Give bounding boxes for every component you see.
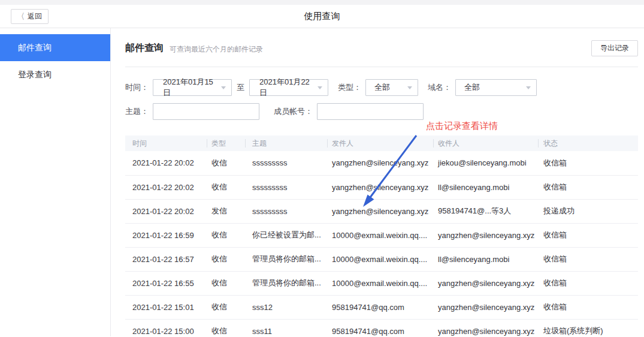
- type-select-value: 全部: [374, 82, 390, 93]
- cell-recipient: jiekou@silenceyang.mobi: [433, 151, 538, 175]
- topbar: 〈 返回 使用查询: [0, 5, 644, 28]
- cell-subject: sssssssss: [245, 151, 327, 175]
- cell-time: 2021-01-22 16:59: [125, 223, 207, 247]
- cell-recipient: yangzhen@silenceyang.xyz: [433, 223, 538, 247]
- table-header-row: 时间 类型 主题 发件人 收件人 状态: [125, 136, 638, 151]
- sidebar: 邮件查询 登录查询: [0, 28, 111, 336]
- cell-status: 垃圾箱(系统判断): [538, 319, 638, 337]
- cell-status: 收信箱: [538, 175, 638, 199]
- cell-sender: yangzhen@silenceyang.xyz: [327, 199, 433, 223]
- cell-recipient: 958194741@...等3人: [433, 199, 538, 223]
- filter-row-1: 时间： 2021年01月15日 至 2021年01月22日 类型： 全部 域名：…: [125, 79, 638, 96]
- cell-type: 收信: [207, 271, 245, 295]
- header-divider: [125, 67, 638, 67]
- sidebar-item-login-query[interactable]: 登录查询: [0, 61, 110, 88]
- col-header-time: 时间: [125, 136, 207, 151]
- type-filter-label: 类型：: [338, 82, 361, 93]
- table-row[interactable]: 2021-01-22 16:57收信管理员将你的邮箱...10000@exmai…: [125, 247, 638, 271]
- cell-type: 发信: [207, 199, 245, 223]
- cell-time: 2021-01-22 20:02: [125, 151, 207, 175]
- cell-subject: sss11: [245, 319, 327, 337]
- cell-type: 收信: [207, 223, 245, 247]
- domain-filter-label: 域名：: [428, 82, 451, 93]
- filter-row-2: 主题： 成员帐号：: [125, 103, 638, 120]
- cell-time: 2021-01-22 16:57: [125, 247, 207, 271]
- cell-type: 收信: [207, 319, 245, 337]
- cell-sender: 958194741@qq.com: [327, 319, 433, 337]
- cell-status: 收信箱: [538, 295, 638, 319]
- cell-subject: 你已经被设置为邮...: [245, 223, 327, 247]
- cell-recipient: yangzhen@silenceyang.xyz: [433, 319, 538, 337]
- cell-subject: sssssssss: [245, 175, 327, 199]
- cell-sender: 10000@exmail.weixin.qq....: [327, 271, 433, 295]
- subject-filter-label: 主题：: [125, 106, 149, 117]
- cell-sender: 10000@exmail.weixin.qq....: [327, 223, 433, 247]
- main-header: 邮件查询 可查询最近六个月的邮件记录 导出记录: [125, 40, 638, 56]
- cell-status: 收信箱: [538, 271, 638, 295]
- cell-type: 收信: [207, 151, 245, 175]
- back-chevron-icon: 〈: [17, 10, 25, 22]
- cell-sender: yangzhen@silenceyang.xyz: [327, 175, 433, 199]
- cell-time: 2021-01-22 20:02: [125, 199, 207, 223]
- cell-status: 收信箱: [538, 247, 638, 271]
- section-subtitle: 可查询最近六个月的邮件记录: [170, 43, 263, 55]
- table-row[interactable]: 2021-01-22 20:02收信sssssssssyangzhen@sile…: [125, 151, 638, 175]
- table-row[interactable]: 2021-01-22 16:59收信你已经被设置为邮...10000@exmai…: [125, 223, 638, 247]
- cell-subject: 管理员将你的邮箱...: [245, 247, 327, 271]
- table-row[interactable]: 2021-01-22 15:00收信sss11958194741@qq.comy…: [125, 319, 638, 337]
- annotation-click-record-hint: 点击记录查看详情: [426, 121, 498, 132]
- chevron-down-icon: [526, 86, 531, 89]
- content-layout: 邮件查询 登录查询 邮件查询 可查询最近六个月的邮件记录 导出记录 时间： 20…: [0, 28, 644, 336]
- back-button-label: 返回: [28, 11, 42, 22]
- cell-subject: sssssssss: [245, 199, 327, 223]
- cell-status: 投递成功: [538, 199, 638, 223]
- table-row[interactable]: 2021-01-22 20:02发信sssssssssyangzhen@sile…: [125, 199, 638, 223]
- col-header-type: 类型: [207, 136, 245, 151]
- chevron-down-icon: [318, 86, 322, 89]
- domain-select-value: 全部: [464, 82, 480, 93]
- cell-status: 收信箱: [538, 223, 638, 247]
- table-row[interactable]: 2021-01-22 20:02收信sssssssssyangzhen@sile…: [125, 175, 638, 199]
- cell-sender: 958194741@qq.com: [327, 295, 433, 319]
- cell-type: 收信: [207, 295, 245, 319]
- time-filter-label: 时间：: [125, 82, 149, 93]
- table-row[interactable]: 2021-01-22 15:01收信sss12958194741@qq.comy…: [125, 295, 638, 319]
- cell-subject: sss12: [245, 295, 327, 319]
- date-from-value: 2021年01月15日: [163, 77, 217, 98]
- cell-sender: 10000@exmail.weixin.qq....: [327, 247, 433, 271]
- chevron-down-icon: [221, 86, 226, 89]
- cell-type: 收信: [207, 175, 245, 199]
- cell-sender: yangzhen@silenceyang.xyz: [327, 151, 433, 175]
- cell-type: 收信: [207, 247, 245, 271]
- cell-recipient: ll@silenceyang.mobi: [433, 175, 538, 199]
- chevron-down-icon: [407, 86, 412, 89]
- cell-recipient: yangzhen@silenceyang.xyz: [433, 295, 538, 319]
- subject-input[interactable]: [153, 103, 259, 120]
- col-header-subject: 主题: [245, 136, 327, 151]
- cell-time: 2021-01-22 20:02: [125, 175, 207, 199]
- section-title: 邮件查询: [125, 42, 164, 55]
- page-top-strip: [0, 0, 644, 5]
- type-select[interactable]: 全部: [365, 79, 418, 96]
- date-to-value: 2021年01月22日: [259, 77, 314, 98]
- back-button[interactable]: 〈 返回: [11, 9, 49, 24]
- cell-subject: 管理员将你的邮箱...: [245, 271, 327, 295]
- member-account-input[interactable]: [317, 103, 424, 120]
- domain-select[interactable]: 全部: [455, 79, 537, 96]
- cell-time: 2021-01-22 15:01: [125, 295, 207, 319]
- mail-records-table: 时间 类型 主题 发件人 收件人 状态 2021-01-22 20:02收信ss…: [125, 136, 638, 337]
- col-header-recipient: 收件人: [433, 136, 538, 151]
- date-range-to-label: 至: [237, 82, 244, 93]
- sidebar-item-mail-query[interactable]: 邮件查询: [0, 34, 110, 61]
- col-header-status: 状态: [538, 136, 638, 151]
- cell-recipient: ll@silenceyang.mobi: [433, 247, 538, 271]
- date-from-select[interactable]: 2021年01月15日: [153, 79, 232, 96]
- member-account-filter-label: 成员帐号：: [274, 106, 313, 117]
- table-row[interactable]: 2021-01-22 16:55收信管理员将你的邮箱...10000@exmai…: [125, 271, 638, 295]
- cell-time: 2021-01-22 15:00: [125, 319, 207, 337]
- export-records-button[interactable]: 导出记录: [591, 40, 638, 56]
- col-header-sender: 发件人: [327, 136, 433, 151]
- main-panel: 邮件查询 可查询最近六个月的邮件记录 导出记录 时间： 2021年01月15日 …: [111, 28, 644, 336]
- date-to-select[interactable]: 2021年01月22日: [249, 79, 328, 96]
- cell-time: 2021-01-22 16:55: [125, 271, 207, 295]
